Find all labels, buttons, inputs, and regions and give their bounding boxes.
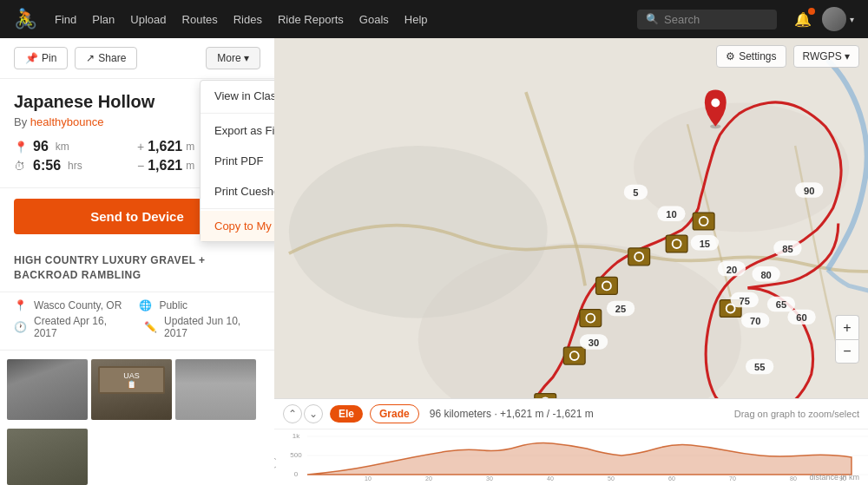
elevation-chart[interactable]: 1k 500 0 10 20 30 40 50 60 70 [274, 429, 868, 482]
nav-links: Find Plan Upload Routes Rides Ride Repor… [55, 13, 428, 26]
dates-row: 🕐 Created Apr 16, 2017 ✏️ Updated Jun 10… [14, 315, 260, 339]
svg-text:20: 20 [425, 475, 432, 482]
nav-upload[interactable]: Upload [130, 13, 166, 26]
user-avatar-menu[interactable]: ▾ [822, 7, 854, 31]
dropdown-print-cuesheet[interactable]: Print Cuesheet [201, 176, 274, 206]
svg-text:65: 65 [776, 299, 786, 310]
photo-1[interactable] [7, 359, 88, 420]
chevron-down-icon: ▾ [850, 15, 854, 24]
svg-point-57 [711, 98, 720, 107]
distance-stat: 📍 96 km [14, 139, 137, 154]
description-text: HIGH COUNTRY LUXURY GRAVEL + BACKROAD RA… [14, 253, 260, 283]
svg-text:75: 75 [740, 296, 750, 306]
svg-text:10: 10 [365, 475, 372, 482]
left-panel: 📌 📌 Pin Pin ↗ Share More ▾ View in Class… [0, 38, 274, 485]
svg-text:50: 50 [608, 475, 615, 482]
notification-badge [808, 8, 815, 15]
location-text: Wasco County, OR [34, 299, 122, 311]
svg-text:40: 40 [547, 475, 554, 482]
notification-bell[interactable]: 🔔 [794, 11, 812, 28]
svg-text:0: 0 [294, 470, 299, 478]
search-bar: 🔍 [637, 10, 777, 29]
svg-text:60: 60 [668, 475, 675, 482]
time-value: 6:56 [33, 158, 61, 174]
location-icon: 📍 [14, 299, 27, 311]
main-layout: 📌 📌 Pin Pin ↗ Share More ▾ View in Class… [0, 38, 868, 485]
nav-routes[interactable]: Routes [182, 13, 218, 26]
settings-icon: ⚙ [726, 50, 735, 62]
settings-button[interactable]: ⚙ ⚙ Settings Settings [716, 45, 786, 68]
avatar [822, 7, 846, 31]
share-icon: ↗ [86, 52, 95, 64]
nav-icons: 🔔 ▾ [794, 7, 854, 31]
map-panel: ⚙ ⚙ Settings Settings RWGPS ▾ RWGPS ▾ [274, 38, 868, 485]
svg-rect-12 [580, 310, 602, 327]
elevation-header: ⌃ ⌄ Ele Grade 96 kilometers · +1,621 m /… [274, 399, 868, 429]
photo-2[interactable]: UAS📋 [91, 359, 172, 420]
dropdown-print-pdf[interactable]: Print PDF [201, 146, 274, 176]
dropdown-menu: View in Classic Mode Export as File Prin… [200, 80, 274, 242]
stat-col-left: 📍 96 km ⏱ 6:56 hrs [14, 139, 137, 177]
svg-text:5: 5 [633, 187, 638, 198]
calendar-icon: 🕐 [14, 321, 27, 333]
svg-text:25: 25 [615, 304, 626, 314]
created-text: Created Apr 16, 2017 [34, 315, 127, 339]
elev-gain-value: 1,621 [148, 139, 182, 154]
nav-find[interactable]: Find [55, 13, 76, 26]
svg-text:70: 70 [729, 475, 736, 482]
elevation-prev-button[interactable]: ⌃ [283, 404, 302, 423]
dropdown-copy-routes[interactable]: Copy to My Routes [201, 211, 274, 241]
photo-3[interactable] [175, 359, 256, 420]
elevation-info: 96 kilometers · +1,621 m / -1,621 m [430, 408, 594, 420]
updated-text: Updated Jun 10, 2017 [164, 315, 260, 339]
svg-rect-8 [666, 235, 687, 252]
x-axis-label: distance in km [809, 473, 859, 482]
dropdown-view-classic[interactable]: View in Classic Mode [201, 81, 274, 111]
svg-text:15: 15 [700, 239, 710, 249]
author-link[interactable]: healthybounce [30, 115, 104, 128]
elevation-drag-hint: Drag on graph to zoom/select [734, 409, 859, 419]
route-description: HIGH COUNTRY LUXURY GRAVEL + BACKROAD RA… [0, 245, 274, 292]
logo[interactable]: 🚴 [14, 8, 37, 30]
time-unit: hrs [68, 160, 82, 172]
elevation-grade-tab[interactable]: Grade [370, 404, 419, 423]
share-button[interactable]: ↗ Share [75, 47, 137, 69]
svg-text:90: 90 [804, 186, 814, 196]
gain-icon: + [137, 140, 144, 154]
visibility-text: Public [159, 299, 187, 311]
svg-text:80: 80 [790, 475, 797, 482]
zoom-in-button[interactable]: + [835, 315, 859, 339]
svg-rect-6 [628, 248, 650, 265]
nav-plan[interactable]: Plan [92, 13, 115, 26]
elevation-next-button[interactable]: ⌄ [304, 404, 323, 423]
map-zoom-controls: + − [835, 315, 859, 364]
svg-text:20: 20 [727, 265, 737, 275]
svg-text:70: 70 [750, 316, 760, 326]
svg-text:60: 60 [796, 312, 806, 323]
elevation-ele-tab[interactable]: Ele [330, 405, 363, 423]
elev-loss-unit: m [186, 160, 194, 172]
nav-goals[interactable]: Goals [359, 13, 389, 26]
map-style-selector[interactable]: RWGPS ▾ RWGPS ▾ [793, 45, 859, 68]
search-input[interactable] [664, 13, 768, 26]
visibility-icon: 🌐 [139, 299, 152, 311]
photo-4[interactable] [7, 429, 88, 485]
edit-icon: ✏️ [144, 321, 157, 333]
svg-text:80: 80 [760, 270, 771, 280]
nav-help[interactable]: Help [404, 13, 428, 26]
map-controls-top: ⚙ ⚙ Settings Settings RWGPS ▾ RWGPS ▾ [274, 38, 868, 75]
action-bar: 📌 📌 Pin Pin ↗ Share More ▾ [0, 38, 274, 79]
more-button[interactable]: More ▾ [206, 47, 260, 69]
pin-button[interactable]: 📌 📌 Pin Pin [14, 47, 68, 69]
distance-unit: km [56, 141, 69, 153]
svg-rect-4 [596, 277, 618, 294]
location-row: 📍 Wasco County, OR 🌐 Public [14, 299, 260, 311]
distance-value: 96 [33, 139, 49, 154]
loss-icon: − [137, 159, 144, 173]
dropdown-export[interactable]: Export as File [201, 115, 274, 146]
nav-rides[interactable]: Rides [233, 13, 262, 26]
nav-ride-reports[interactable]: Ride Reports [278, 13, 344, 26]
svg-text:30: 30 [486, 475, 493, 482]
zoom-out-button[interactable]: − [835, 339, 859, 364]
svg-text:55: 55 [754, 362, 765, 372]
